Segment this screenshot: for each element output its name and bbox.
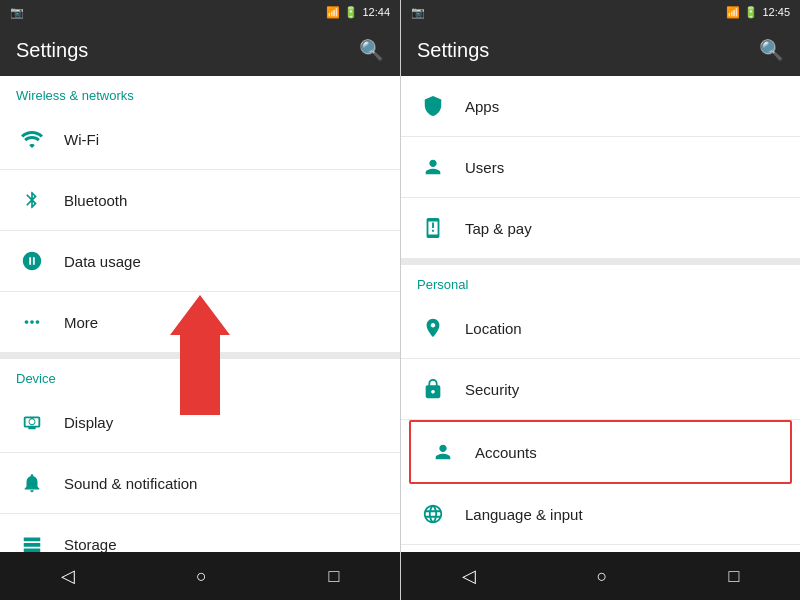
bluetooth-label: Bluetooth — [64, 192, 127, 209]
apps-icon — [417, 90, 449, 122]
left-recent-btn[interactable]: □ — [308, 558, 359, 595]
location-icon — [417, 312, 449, 344]
right-title: Settings — [417, 39, 489, 62]
sound-icon — [16, 467, 48, 499]
right-settings-content: Apps Users Tap & pay Personal — [401, 76, 800, 552]
battery-icon: 🔋 — [344, 6, 358, 19]
wifi-label: Wi-Fi — [64, 131, 99, 148]
data-usage-label: Data usage — [64, 253, 141, 270]
left-home-btn[interactable]: ○ — [176, 558, 227, 595]
bluetooth-icon — [16, 184, 48, 216]
more-item[interactable]: More — [0, 292, 400, 353]
storage-icon — [16, 528, 48, 552]
left-settings-content: Wireless & networks Wi-Fi Bluetooth — [0, 76, 400, 552]
right-toolbar: Settings 🔍 — [401, 24, 800, 76]
data-usage-item[interactable]: Data usage — [0, 231, 400, 292]
apps-item[interactable]: Apps — [401, 76, 800, 137]
wireless-section-header: Wireless & networks — [0, 76, 400, 109]
data-usage-icon — [16, 245, 48, 277]
storage-label: Storage — [64, 536, 117, 553]
left-search-icon[interactable]: 🔍 — [359, 38, 384, 62]
right-home-btn[interactable]: ○ — [577, 558, 628, 595]
device-section-header: Device — [0, 359, 400, 392]
location-label: Location — [465, 320, 522, 337]
left-nav-bar: ◁ ○ □ — [0, 552, 400, 600]
tap-pay-label: Tap & pay — [465, 220, 532, 237]
wifi-item[interactable]: Wi-Fi — [0, 109, 400, 170]
right-time: 12:45 — [762, 6, 790, 18]
accounts-item[interactable]: Accounts — [409, 420, 792, 484]
users-label: Users — [465, 159, 504, 176]
right-status-right: 📶 🔋 12:45 — [726, 6, 790, 19]
left-back-btn[interactable]: ◁ — [41, 557, 95, 595]
right-signal-icon: 📶 — [726, 6, 740, 19]
left-status-right: 📶 🔋 12:44 — [326, 6, 390, 19]
accounts-label: Accounts — [475, 444, 537, 461]
right-status-bar: 📷 📶 🔋 12:45 — [401, 0, 800, 24]
right-recent-btn[interactable]: □ — [709, 558, 760, 595]
security-label: Security — [465, 381, 519, 398]
left-screen: 📷 📶 🔋 12:44 Settings 🔍 Wireless & networ… — [0, 0, 400, 600]
sound-item[interactable]: Sound & notification — [0, 453, 400, 514]
right-battery-icon: 🔋 — [744, 6, 758, 19]
left-toolbar: Settings 🔍 — [0, 24, 400, 76]
notification-icon: 📷 — [10, 6, 24, 19]
display-label: Display — [64, 414, 113, 431]
left-status-bar: 📷 📶 🔋 12:44 — [0, 0, 400, 24]
location-item[interactable]: Location — [401, 298, 800, 359]
more-label: More — [64, 314, 98, 331]
display-item[interactable]: Display — [0, 392, 400, 453]
bluetooth-item[interactable]: Bluetooth — [0, 170, 400, 231]
right-nav-bar: ◁ ○ □ — [401, 552, 800, 600]
signal-icon: 📶 — [326, 6, 340, 19]
accounts-icon — [427, 436, 459, 468]
time-left: 12:44 — [362, 6, 390, 18]
right-status-icons: 📷 — [411, 6, 425, 19]
right-screen: 📷 📶 🔋 12:45 Settings 🔍 Apps — [400, 0, 800, 600]
language-item[interactable]: Language & input — [401, 484, 800, 545]
storage-item[interactable]: Storage — [0, 514, 400, 552]
more-icon — [16, 306, 48, 338]
security-item[interactable]: Security — [401, 359, 800, 420]
tap-pay-icon — [417, 212, 449, 244]
right-back-btn[interactable]: ◁ — [442, 557, 496, 595]
left-status-icons: 📷 — [10, 6, 24, 19]
wifi-icon — [16, 123, 48, 155]
users-item[interactable]: Users — [401, 137, 800, 198]
security-icon — [417, 373, 449, 405]
language-icon — [417, 498, 449, 530]
sound-label: Sound & notification — [64, 475, 197, 492]
apps-label: Apps — [465, 98, 499, 115]
right-search-icon[interactable]: 🔍 — [759, 38, 784, 62]
users-icon — [417, 151, 449, 183]
right-notification-icon: 📷 — [411, 6, 425, 19]
display-icon — [16, 406, 48, 438]
language-label: Language & input — [465, 506, 583, 523]
left-title: Settings — [16, 39, 88, 62]
personal-section-header: Personal — [401, 265, 800, 298]
tap-pay-item[interactable]: Tap & pay — [401, 198, 800, 259]
